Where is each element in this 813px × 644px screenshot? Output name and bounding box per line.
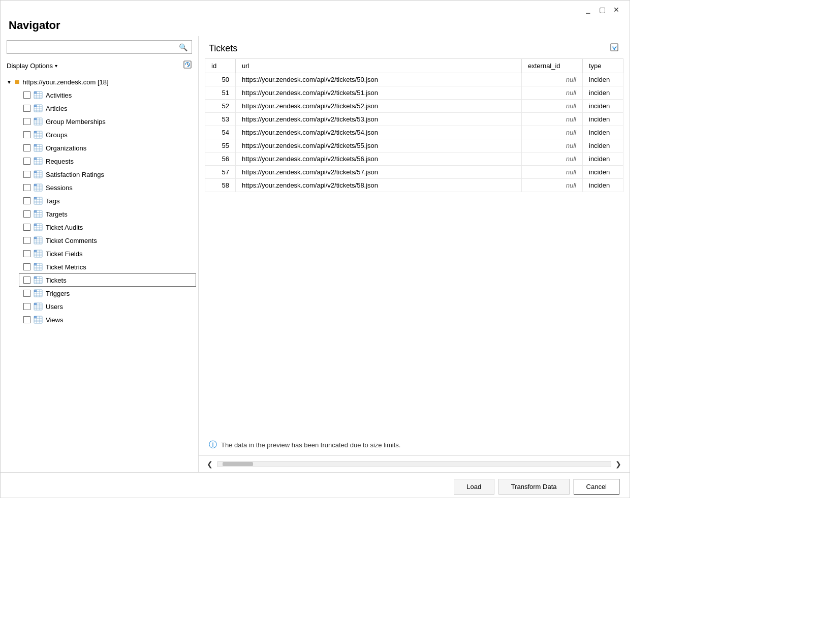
svg-rect-105: [34, 277, 37, 279]
tree-item-checkbox[interactable]: [23, 224, 30, 231]
table-icon: [34, 316, 43, 324]
cell-external-id: null: [522, 113, 583, 126]
right-panel-title: Tickets: [209, 43, 237, 54]
cell-id: 53: [205, 113, 236, 126]
tree-root[interactable]: ▼ ■ https://your.zendesk.com [18]: [3, 75, 196, 88]
tree-item-checkbox[interactable]: [23, 250, 30, 257]
cell-type: inciden: [583, 166, 623, 179]
table-icon: [34, 91, 43, 99]
tree-item-label: Articles: [46, 105, 68, 112]
cell-type: inciden: [583, 113, 623, 126]
table-row: 52https://your.zendesk.com/api/v2/ticket…: [205, 100, 623, 113]
tree-item-checkbox[interactable]: [23, 263, 30, 270]
tree-item-checkbox[interactable]: [23, 118, 30, 125]
app-title: Navigator: [1, 15, 630, 36]
cell-id: 55: [205, 139, 236, 152]
data-table-wrapper: idurlexternal_idtype 50https://your.zend…: [205, 58, 623, 435]
tree-item[interactable]: Groups: [19, 128, 196, 141]
tree-item-checkbox[interactable]: [23, 158, 30, 165]
svg-rect-77: [34, 224, 37, 226]
tree-item-checkbox[interactable]: [23, 237, 30, 244]
table-row: 53https://your.zendesk.com/api/v2/ticket…: [205, 113, 623, 126]
tree-item[interactable]: Ticket Fields: [19, 247, 196, 260]
tree-item[interactable]: Activities: [19, 88, 196, 102]
table-icon: [34, 197, 43, 205]
left-panel: 🔍 Display Options ▾ ▼ ■ https://yo: [1, 36, 199, 472]
tree-item[interactable]: Ticket Audits: [19, 221, 196, 234]
tree-item-checkbox[interactable]: [23, 184, 30, 191]
svg-rect-28: [34, 131, 37, 133]
tree-item[interactable]: Sessions: [19, 181, 196, 194]
tree-item-label: Ticket Fields: [46, 250, 82, 258]
info-icon: ⓘ: [209, 440, 217, 450]
svg-rect-98: [34, 263, 37, 265]
tree-item[interactable]: Group Memberships: [19, 115, 196, 128]
tree-item-checkbox[interactable]: [23, 210, 30, 218]
tree-item-label: Ticket Audits: [46, 224, 83, 231]
cell-external-id: null: [522, 126, 583, 139]
cell-external-id: null: [522, 179, 583, 192]
search-button[interactable]: 🔍: [175, 41, 192, 53]
tree-item-checkbox[interactable]: [23, 290, 30, 297]
cell-id: 54: [205, 126, 236, 139]
search-input[interactable]: [7, 41, 175, 53]
minimize-icon[interactable]: ⎯: [583, 5, 593, 15]
tree-item[interactable]: Targets: [19, 207, 196, 221]
load-button[interactable]: Load: [454, 479, 494, 495]
tree-item[interactable]: Organizations: [19, 141, 196, 155]
tree-item[interactable]: Tickets: [19, 273, 196, 287]
cell-id: 56: [205, 152, 236, 166]
close-icon[interactable]: ✕: [611, 5, 621, 15]
tree-item-checkbox[interactable]: [23, 91, 30, 99]
tree-item[interactable]: Articles: [19, 102, 196, 115]
tree-item-label: Users: [46, 303, 63, 311]
scroll-right-button[interactable]: ❯: [613, 459, 623, 469]
tree-item-checkbox[interactable]: [23, 105, 30, 112]
scroll-track[interactable]: [217, 461, 611, 467]
cell-id: 51: [205, 86, 236, 100]
tree-item[interactable]: Views: [19, 313, 196, 326]
scroll-left-button[interactable]: ❮: [205, 459, 215, 469]
cell-url: https://your.zendesk.com/api/v2/tickets/…: [236, 86, 522, 100]
cell-url: https://your.zendesk.com/api/v2/tickets/…: [236, 113, 522, 126]
tree-item[interactable]: Ticket Comments: [19, 234, 196, 247]
svg-rect-49: [34, 171, 37, 173]
truncate-notice: The data in the preview has been truncat…: [221, 441, 400, 449]
table-header-url: url: [236, 59, 522, 73]
display-options-button[interactable]: Display Options ▾: [7, 62, 57, 70]
svg-rect-112: [34, 290, 37, 292]
tree-item-checkbox[interactable]: [23, 144, 30, 151]
svg-rect-70: [34, 210, 37, 212]
cancel-button[interactable]: Cancel: [574, 479, 619, 495]
right-panel-icon-button[interactable]: [609, 42, 619, 54]
cell-external-id: null: [522, 86, 583, 100]
table-icon: [34, 263, 43, 271]
tree-item-label: Triggers: [46, 290, 70, 297]
tree-item-checkbox[interactable]: [23, 171, 30, 178]
table-icon: [34, 236, 43, 244]
tree-refresh-icon[interactable]: [183, 60, 192, 71]
tree-item-checkbox[interactable]: [23, 303, 30, 310]
chevron-down-icon: ▾: [55, 63, 57, 69]
tree-item[interactable]: Satisfaction Ratings: [19, 168, 196, 181]
table-icon: [34, 289, 43, 297]
tree-item[interactable]: Tags: [19, 194, 196, 207]
maximize-icon[interactable]: ▢: [597, 5, 607, 15]
cell-id: 52: [205, 100, 236, 113]
table-row: 55https://your.zendesk.com/api/v2/ticket…: [205, 139, 623, 152]
tree-item-checkbox[interactable]: [23, 131, 30, 138]
right-panel: Tickets idurlexternal_idtype 50https://y…: [199, 36, 630, 472]
tree-item-checkbox[interactable]: [23, 277, 30, 284]
tree-item-checkbox[interactable]: [23, 316, 30, 323]
cell-url: https://your.zendesk.com/api/v2/tickets/…: [236, 166, 522, 179]
tree-item[interactable]: Requests: [19, 155, 196, 168]
table-icon: [34, 276, 43, 284]
table-row: 56https://your.zendesk.com/api/v2/ticket…: [205, 152, 623, 166]
tree-item[interactable]: Triggers: [19, 287, 196, 300]
tree-item[interactable]: Ticket Metrics: [19, 260, 196, 273]
transform-data-button[interactable]: Transform Data: [498, 479, 570, 495]
tree-item[interactable]: Users: [19, 300, 196, 313]
tree-item-label: Requests: [46, 158, 74, 165]
tree-item-checkbox[interactable]: [23, 197, 30, 204]
info-bar: ⓘ The data in the preview has been trunc…: [199, 435, 630, 455]
